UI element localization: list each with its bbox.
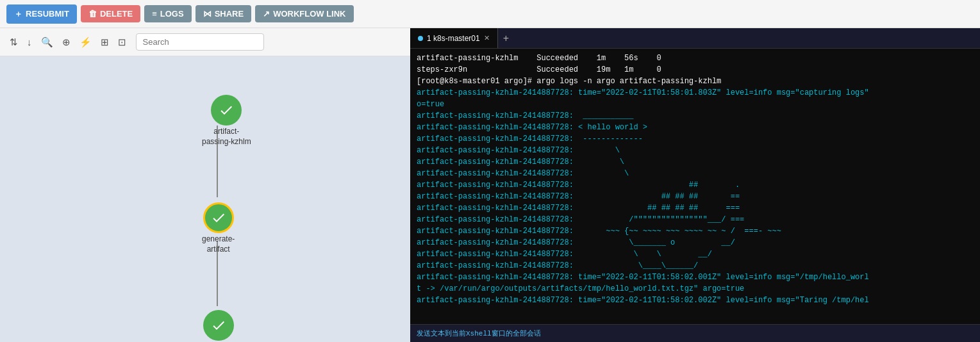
terminal-bottom-bar: 发送文本到当前Xshell窗口的全部会话 — [410, 324, 980, 342]
graph-canvas[interactable]: artifact-passing-kzhlm generate-artifact… — [0, 56, 410, 342]
terminal-line: artifact-passing-kzhlm-2414887728: time=… — [417, 87, 974, 99]
share-button[interactable]: ⋈ SHARE — [195, 5, 252, 22]
logs-icon: ≡ — [152, 9, 157, 19]
external-link-icon: ↗ — [263, 9, 270, 19]
terminal-tab-k8s-master01[interactable]: 1 k8s-master01 ✕ — [410, 28, 498, 48]
tab-add-button[interactable]: + — [498, 33, 514, 44]
terminal-line: artifact-passing-kzhlm-2414887728: ## ##… — [417, 202, 974, 214]
terminal-line: artifact-passing-kzhlm-2414887728: time=… — [417, 272, 974, 283]
zoom-out-button[interactable]: 🔍 — [38, 35, 56, 50]
workflow-link-button[interactable]: ↗ WORKFLOW LINK — [255, 5, 353, 22]
expand-button[interactable]: ⊡ — [115, 35, 129, 50]
node-artifact-passing-kzhlm[interactable]: artifact-passing-kzhlm — [202, 95, 251, 147]
workflow-graph-panel: ⇅ ↓ 🔍 ⊕ ⚡ ⊞ ⊡ artifact — [0, 28, 410, 342]
layout-button[interactable]: ⊞ — [97, 35, 112, 50]
terminal-line: artifact-passing-kzhlm-2414887728: < hel… — [417, 122, 974, 133]
tab-close-icon[interactable]: ✕ — [484, 34, 490, 42]
node-label-artifact-passing: artifact-passing-kzhlm — [202, 127, 251, 147]
resubmit-icon: ＋ — [14, 8, 22, 20]
delete-button[interactable]: 🗑 DELETE — [81, 5, 140, 22]
down-icon-button[interactable]: ↓ — [24, 35, 35, 49]
resubmit-button[interactable]: ＋ RESUBMIT — [6, 4, 77, 24]
terminal-line: t -> /var/run/argo/outputs/artifacts/tmp… — [417, 283, 974, 295]
terminal-line: steps-zxr9n Succeeded 19m 1m 0 — [417, 64, 974, 76]
terminal-line: [root@k8s-master01 argo]# argo logs -n a… — [417, 76, 974, 87]
node-circle-generate-artifact — [203, 202, 234, 233]
share-icon: ⋈ — [203, 9, 212, 19]
zoom-in-button[interactable]: ⊕ — [59, 35, 74, 50]
terminal-line: artifact-passing-kzhlm-2414887728: _____… — [417, 110, 974, 122]
logs-button[interactable]: ≡ LOGS — [144, 5, 191, 22]
trash-icon: 🗑 — [88, 9, 97, 19]
node-consume-artifact[interactable]: consume-artifact — [202, 310, 236, 342]
terminal-line: artifact-passing-kzhlm-2414887728: \ — [417, 156, 974, 168]
search-input[interactable] — [136, 33, 264, 51]
terminal-line: artifact-passing-kzhlm-2414887728: \ \ _… — [417, 248, 974, 260]
node-circle-consume-artifact — [203, 310, 234, 341]
terminal-line: artifact-passing-kzhlm-2414887728: ## ##… — [417, 191, 974, 202]
graph-toolbar: ⇅ ↓ 🔍 ⊕ ⚡ ⊞ ⊡ — [0, 28, 410, 56]
terminal-line: artifact-passing-kzhlm-2414887728: /""""… — [417, 214, 974, 225]
lightning-button[interactable]: ⚡ — [76, 35, 95, 50]
terminal-line: artifact-passing-kzhlm-2414887728: \ — [417, 168, 974, 179]
main-toolbar: ＋ RESUBMIT 🗑 DELETE ≡ LOGS ⋈ SHARE ↗ WOR… — [0, 0, 980, 28]
main-content: ⇅ ↓ 🔍 ⊕ ⚡ ⊞ ⊡ artifact — [0, 28, 980, 342]
terminal-line: artifact-passing-kzhlm-2414887728: -----… — [417, 133, 974, 145]
tab-dot-icon — [418, 36, 423, 41]
terminal-line: artifact-passing-kzhlm-2414887728: \____… — [417, 237, 974, 248]
terminal-tab-label: 1 k8s-master01 — [427, 34, 480, 43]
search-container — [136, 33, 264, 51]
terminal-line: artifact-passing-kzhlm-2414887728: \ — [417, 145, 974, 156]
fit-icon-button[interactable]: ⇅ — [6, 35, 21, 50]
node-label-generate-artifact: generate-artifact — [202, 234, 235, 254]
node-circle-artifact-passing — [211, 95, 242, 126]
terminal-line: artifact-passing-kzhlm-2414887728: \____… — [417, 260, 974, 272]
terminal-line: o=true — [417, 99, 974, 110]
bottom-bar-text: 发送文本到当前Xshell窗口的全部会话 — [417, 329, 541, 338]
terminal-line: artifact-passing-kzhlm-2414887728: ~~~ {… — [417, 225, 974, 237]
terminal-output[interactable]: artifact-passing-kzhlm Succeeded 1m 56s … — [410, 49, 980, 324]
terminal-line: artifact-passing-kzhlm-2414887728: time=… — [417, 295, 974, 306]
node-generate-artifact[interactable]: generate-artifact — [202, 202, 235, 254]
terminal-line: artifact-passing-kzhlm-2414887728: ## . — [417, 179, 974, 191]
terminal-tabs-bar: 1 k8s-master01 ✕ + — [410, 28, 980, 49]
terminal-line: artifact-passing-kzhlm Succeeded 1m 56s … — [417, 53, 974, 64]
terminal-panel: 1 k8s-master01 ✕ + artifact-passing-kzhl… — [410, 28, 980, 342]
